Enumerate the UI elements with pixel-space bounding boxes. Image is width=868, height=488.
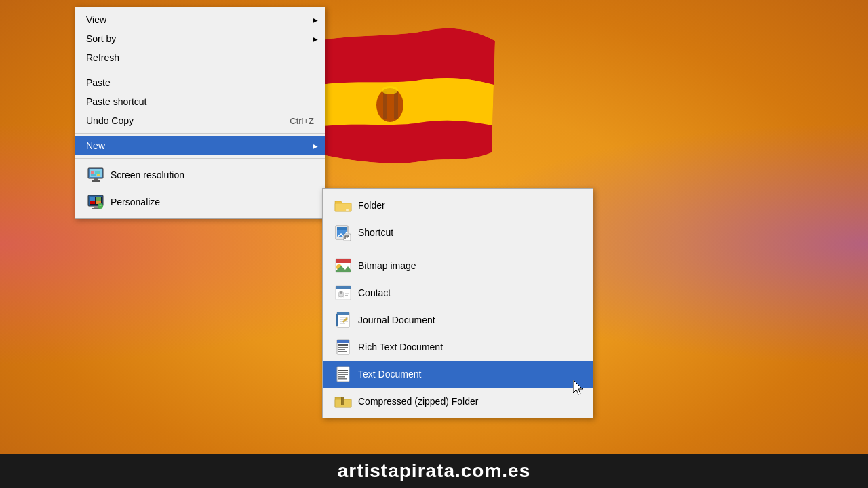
svg-rect-19 bbox=[92, 208, 100, 209]
screen-resolution-icon bbox=[86, 165, 105, 184]
menu-item-shortcut[interactable]: Shortcut bbox=[323, 219, 593, 246]
svg-rect-47 bbox=[338, 349, 345, 350]
shortcut-icon bbox=[334, 223, 353, 242]
rich-text-icon bbox=[334, 338, 353, 357]
separator-1 bbox=[75, 70, 325, 70]
svg-rect-28 bbox=[336, 259, 351, 263]
menu-item-contact[interactable]: Contact bbox=[323, 279, 593, 306]
svg-rect-18 bbox=[94, 206, 98, 208]
bitmap-icon bbox=[334, 256, 353, 275]
menu-item-screen-resolution[interactable]: Screen resolution bbox=[75, 161, 325, 188]
svg-rect-48 bbox=[338, 351, 347, 352]
new-submenu: Folder Shortcut bbox=[322, 188, 593, 418]
menu-item-rich-text[interactable]: Rich Text Document bbox=[323, 333, 593, 361]
separator-2 bbox=[75, 133, 325, 134]
zip-folder-icon bbox=[334, 392, 353, 411]
svg-point-3 bbox=[382, 86, 398, 94]
new-separator-1 bbox=[323, 249, 593, 249]
svg-rect-11 bbox=[97, 174, 100, 176]
text-document-icon bbox=[334, 365, 353, 384]
menu-item-zip-folder[interactable]: Compressed (zipped) Folder bbox=[323, 388, 593, 415]
menu-item-text-document[interactable]: Text Document bbox=[323, 361, 593, 388]
journal-icon bbox=[334, 310, 353, 329]
svg-rect-15 bbox=[96, 197, 101, 201]
menu-item-paste-shortcut[interactable]: Paste shortcut bbox=[75, 92, 325, 111]
menu-item-bitmap[interactable]: Bitmap image bbox=[323, 252, 593, 279]
watermark-bar: artistapirata.com.es bbox=[0, 454, 868, 488]
svg-rect-37 bbox=[337, 312, 349, 315]
menu-item-folder[interactable]: Folder bbox=[323, 192, 593, 219]
svg-rect-44 bbox=[337, 340, 349, 343]
svg-rect-46 bbox=[338, 347, 348, 348]
svg-point-33 bbox=[340, 291, 342, 294]
menu-item-personalize[interactable]: Personalize bbox=[75, 188, 325, 216]
svg-rect-45 bbox=[338, 344, 348, 346]
menu-item-undo-copy[interactable]: Undo Copy Ctrl+Z bbox=[75, 111, 325, 130]
svg-rect-2 bbox=[394, 92, 398, 119]
svg-rect-25 bbox=[337, 227, 347, 230]
svg-rect-16 bbox=[90, 201, 95, 204]
menu-item-view[interactable]: View bbox=[75, 10, 325, 29]
main-context-menu: View Sort by Refresh Paste Paste shortcu… bbox=[75, 7, 326, 219]
folder-icon bbox=[334, 196, 353, 215]
svg-rect-54 bbox=[338, 378, 347, 380]
svg-point-22 bbox=[346, 209, 349, 211]
personalize-icon bbox=[86, 192, 105, 211]
svg-rect-10 bbox=[91, 174, 96, 176]
svg-rect-51 bbox=[338, 372, 348, 373]
flag-image bbox=[312, 27, 502, 169]
menu-item-sort-by[interactable]: Sort by bbox=[75, 29, 325, 48]
menu-item-journal[interactable]: Journal Document bbox=[323, 306, 593, 333]
svg-rect-53 bbox=[338, 376, 345, 378]
menu-item-new[interactable]: New bbox=[75, 136, 325, 155]
svg-rect-35 bbox=[345, 295, 348, 296]
svg-rect-50 bbox=[338, 370, 348, 371]
desktop: View Sort by Refresh Paste Paste shortcu… bbox=[0, 0, 868, 488]
svg-rect-60 bbox=[342, 397, 344, 405]
svg-rect-9 bbox=[95, 171, 100, 174]
separator-3 bbox=[75, 158, 325, 159]
svg-rect-8 bbox=[91, 171, 94, 174]
watermark-text: artistapirata.com.es bbox=[338, 460, 531, 482]
svg-rect-34 bbox=[345, 293, 349, 294]
svg-rect-7 bbox=[92, 180, 100, 182]
svg-rect-31 bbox=[336, 286, 351, 289]
menu-item-refresh[interactable]: Refresh bbox=[75, 48, 325, 67]
svg-rect-21 bbox=[335, 203, 351, 211]
menu-item-paste[interactable]: Paste bbox=[75, 73, 325, 92]
svg-rect-6 bbox=[94, 178, 98, 180]
svg-rect-38 bbox=[336, 314, 338, 326]
svg-rect-14 bbox=[90, 197, 95, 201]
svg-rect-52 bbox=[338, 374, 348, 375]
svg-rect-1 bbox=[383, 92, 387, 119]
contact-icon bbox=[334, 283, 353, 302]
